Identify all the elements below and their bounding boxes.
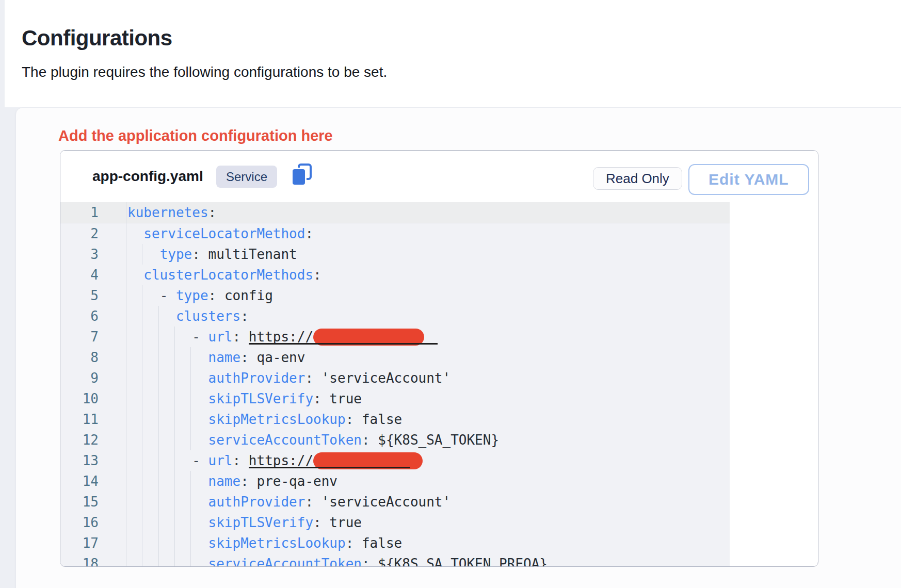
yaml-value: pre-qa-env [256, 473, 337, 489]
yaml-colon: : [240, 473, 249, 489]
yaml-key: type [160, 247, 192, 262]
yaml-value: ${K8S_SA_TOKEN} [378, 432, 499, 448]
indent-guide [174, 347, 175, 368]
code-text: serviceAccountToken: ${K8S_SA_TOKEN} [126, 430, 499, 450]
code-line: 14 name: pre-qa-env [60, 471, 730, 492]
edit-yaml-button[interactable]: Edit YAML [688, 164, 809, 195]
indent-guide [174, 388, 175, 409]
yaml-colon: : [346, 412, 354, 427]
indent-guide [142, 306, 142, 326]
indent-guide [126, 347, 126, 368]
code-text: clusters: [126, 306, 249, 326]
code-text: skipMetricsLookup: false [126, 533, 402, 553]
code-line: 8 name: qa-env [60, 347, 730, 368]
line-number: 2 [60, 223, 126, 244]
yaml-colon: : [305, 494, 313, 510]
indent-guide [126, 553, 126, 567]
yaml-value: true [329, 515, 362, 530]
indent-guide [158, 492, 159, 512]
indent-guide [190, 512, 191, 533]
indent-guide [142, 430, 142, 450]
indent-guide [174, 430, 175, 450]
indent-guide [142, 409, 142, 430]
indent-guide [126, 409, 126, 430]
yaml-value: ${K8S_SA_TOKEN_PREQA} [378, 556, 548, 567]
indent-guide [174, 553, 175, 567]
yaml-panel-header: app-config.yaml Service Read Only Edit Y… [60, 151, 818, 202]
indent-guide [142, 553, 142, 567]
indent-guide [126, 202, 126, 223]
configuration-card: Add the application configuration here a… [15, 107, 901, 588]
line-number: 1 [60, 202, 126, 223]
indent-guide [126, 492, 126, 512]
indent-guide [158, 347, 159, 368]
indent-guide [174, 450, 175, 471]
indent-guide [142, 450, 142, 471]
yaml-value: 'serviceAccount' [321, 494, 451, 510]
indent-guide [126, 223, 126, 244]
indent-guide [158, 471, 159, 492]
indent-guide [142, 347, 142, 368]
yaml-key: serviceAccountToken [208, 556, 362, 567]
yaml-value: true [329, 391, 362, 406]
indent-guide [174, 326, 175, 347]
yaml-value: qa-env [256, 350, 305, 365]
yaml-colon: : [208, 205, 217, 220]
yaml-code-editor[interactable]: 1kubernetes:2 serviceLocatorMethod:3 typ… [60, 202, 730, 567]
indent-guide [126, 512, 126, 533]
line-number: 16 [60, 512, 126, 533]
yaml-colon: : [305, 370, 313, 386]
indent-guide [158, 430, 159, 450]
indent-guide [190, 553, 191, 567]
indent-guide [126, 265, 126, 285]
code-line: 1kubernetes: [60, 202, 730, 223]
code-line: 9 authProvider: 'serviceAccount' [60, 368, 730, 388]
yaml-colon: : [240, 350, 249, 365]
line-number: 14 [60, 471, 126, 492]
read-only-button[interactable]: Read Only [593, 167, 682, 190]
yaml-colon: : [233, 453, 241, 468]
yaml-colon: : [313, 391, 321, 406]
yaml-key: serviceAccountToken [208, 432, 362, 448]
line-number: 18 [60, 553, 126, 567]
yaml-value: multiTenant [208, 247, 297, 262]
indent-guide [142, 388, 142, 409]
yaml-key: type [176, 288, 208, 303]
line-number: 6 [60, 306, 126, 326]
code-line: 18 serviceAccountToken: ${K8S_SA_TOKEN_P… [60, 553, 730, 567]
code-text: serviceLocatorMethod: [126, 223, 313, 244]
yaml-key: skipMetricsLookup [208, 535, 346, 551]
yaml-key: authProvider [208, 494, 305, 510]
code-line: 13 - url: https:// [60, 450, 730, 471]
indent-guide [190, 347, 191, 368]
code-text: skipTLSVerify: true [126, 512, 362, 533]
copy-icon[interactable] [290, 162, 315, 188]
indent-guide [158, 388, 159, 409]
indent-guide [190, 533, 191, 553]
yaml-value: 'serviceAccount' [321, 370, 451, 386]
code-line: 6 clusters: [60, 306, 730, 326]
yaml-colon: : [208, 288, 217, 303]
yaml-colon: : [362, 556, 370, 567]
code-line: 16 skipTLSVerify: true [60, 512, 730, 533]
indent-guide [174, 492, 175, 512]
indent-guide [142, 512, 142, 533]
indent-guide [126, 285, 126, 306]
indent-guide [142, 492, 142, 512]
indent-guide [158, 512, 159, 533]
yaml-dash: - [192, 453, 208, 468]
indent-guide [174, 409, 175, 430]
indent-guide [190, 430, 191, 450]
yaml-key: serviceLocatorMethod [143, 226, 305, 241]
indent-guide [142, 533, 142, 553]
indent-guide [190, 492, 191, 512]
yaml-key: url [208, 453, 233, 468]
code-text: type: multiTenant [126, 244, 297, 265]
line-number: 5 [60, 285, 126, 306]
yaml-colon: : [305, 226, 313, 241]
page-title: Configurations [22, 26, 172, 51]
line-number: 11 [60, 409, 126, 430]
code-line: 12 serviceAccountToken: ${K8S_SA_TOKEN} [60, 430, 730, 450]
file-name: app-config.yaml [92, 151, 203, 202]
indent-guide [190, 388, 191, 409]
